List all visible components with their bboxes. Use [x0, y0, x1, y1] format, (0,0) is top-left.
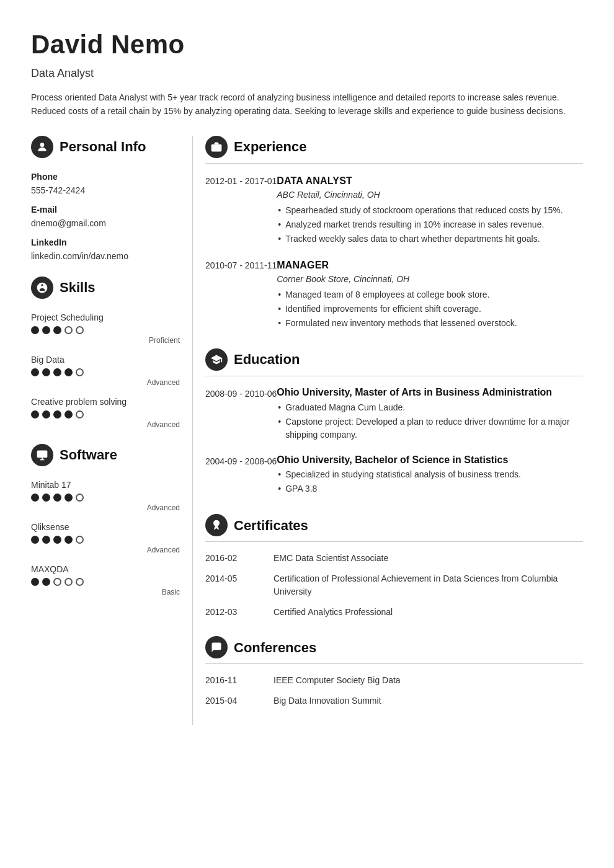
- skill-item: Project Scheduling Proficient: [31, 311, 180, 346]
- bullet: Specialized in studying statistical anal…: [277, 468, 583, 481]
- certificates-header: Certificates: [205, 514, 583, 542]
- education-item: 2004-09 - 2008-06 Ohio University, Bache…: [205, 454, 583, 497]
- conf-text: Big Data Innovation Summit: [274, 694, 583, 707]
- summary: Process oriented Data Analyst with 5+ ye…: [31, 91, 571, 118]
- exp-company: ABC Retail, Cincinnati, OH: [277, 188, 583, 202]
- cert-date: 2016-02: [205, 552, 274, 565]
- software-item: Minitab 17 Advanced: [31, 479, 180, 513]
- certificate-item: 2016-02 EMC Data Scientist Associate: [205, 552, 583, 565]
- education-title: Education: [234, 349, 300, 370]
- edu-title: Ohio University, Master of Arts in Busin…: [277, 386, 583, 399]
- conf-text: IEEE Computer Society Big Data: [274, 674, 583, 687]
- svg-point-0: [40, 143, 45, 147]
- education-section: Education 2008-09 - 2010-06 Ohio Univers…: [205, 348, 583, 497]
- cert-date: 2012-03: [205, 606, 274, 619]
- conference-item: 2016-11 IEEE Computer Society Big Data: [205, 674, 583, 687]
- bullet: Identified improvements for efficient sh…: [277, 303, 583, 316]
- software-level: Advanced: [31, 544, 180, 556]
- exp-bullets: Spearheaded study of stockroom operation…: [277, 204, 583, 246]
- software-section: Software Minitab 17 Advanced Qliksense A…: [31, 444, 180, 598]
- conferences-icon: [205, 636, 228, 658]
- software-title: Software: [60, 445, 117, 465]
- software-item: MAXQDA Basic: [31, 563, 180, 598]
- experience-title: Experience: [234, 136, 306, 157]
- svg-rect-1: [37, 450, 48, 458]
- skill-level: Proficient: [31, 335, 180, 346]
- job-title: Data Analyst: [31, 65, 583, 82]
- education-icon: [205, 348, 228, 371]
- edu-title: Ohio University, Bachelor of Science in …: [277, 454, 583, 467]
- bullet: Managed team of 8 employees at college b…: [277, 288, 583, 301]
- exp-date: 2012-01 - 2017-01: [205, 174, 277, 188]
- skill-level: Advanced: [31, 419, 180, 430]
- bullet: GPA 3.8: [277, 482, 583, 495]
- skills-header: Skills: [31, 277, 180, 303]
- email-label: E-mail: [31, 203, 180, 216]
- resume-header: David Nemo Data Analyst Process oriented…: [31, 25, 583, 118]
- edu-date: 2004-09 - 2008-06: [205, 454, 277, 468]
- software-header: Software: [31, 444, 180, 470]
- conference-item: 2015-04 Big Data Innovation Summit: [205, 694, 583, 707]
- software-level: Basic: [31, 587, 180, 598]
- edu-content: Ohio University, Bachelor of Science in …: [277, 454, 583, 497]
- skills-title: Skills: [60, 277, 95, 298]
- bullet: Spearheaded study of stockroom operation…: [277, 204, 583, 217]
- conf-date: 2015-04: [205, 694, 274, 707]
- exp-job-title: MANAGER: [277, 258, 583, 273]
- personal-info-title: Personal Info: [60, 136, 146, 157]
- exp-bullets: Managed team of 8 employees at college b…: [277, 288, 583, 330]
- conf-date: 2016-11: [205, 674, 274, 687]
- edu-date: 2008-09 - 2010-06: [205, 386, 277, 401]
- certificates-list: 2016-02 EMC Data Scientist Associate 201…: [205, 552, 583, 619]
- personal-info-icon: [31, 136, 53, 158]
- bullet: Tracked weekly sales data to chart wheth…: [277, 232, 583, 246]
- skills-section: Skills Project Scheduling Proficient Big…: [31, 277, 180, 430]
- skill-level: Advanced: [31, 377, 180, 388]
- edu-bullets: Graduated Magna Cum Laude.Capstone proje…: [277, 401, 583, 441]
- experience-section: Experience 2012-01 - 2017-01 DATA ANALYS…: [205, 136, 583, 331]
- software-name: Qliksense: [31, 521, 180, 534]
- exp-content: DATA ANALYST ABC Retail, Cincinnati, OH …: [277, 174, 583, 247]
- skill-name: Project Scheduling: [31, 311, 180, 324]
- cert-text: EMC Data Scientist Associate: [274, 552, 583, 565]
- education-item: 2008-09 - 2010-06 Ohio University, Maste…: [205, 386, 583, 443]
- skill-item: Creative problem solving Advanced: [31, 396, 180, 430]
- certificates-section: Certificates 2016-02 EMC Data Scientist …: [205, 514, 583, 619]
- software-list: Minitab 17 Advanced Qliksense Advanced M…: [31, 479, 180, 598]
- exp-content: MANAGER Corner Book Store, Cincinnati, O…: [277, 258, 583, 331]
- email-value: dnemo@gmail.com: [31, 217, 180, 230]
- exp-date: 2010-07 - 2011-11: [205, 258, 277, 272]
- right-column: Experience 2012-01 - 2017-01 DATA ANALYS…: [192, 136, 583, 725]
- exp-company: Corner Book Store, Cincinnati, OH: [277, 273, 583, 286]
- experience-icon: [205, 136, 228, 158]
- education-list: 2008-09 - 2010-06 Ohio University, Maste…: [205, 386, 583, 497]
- edu-bullets: Specialized in studying statistical anal…: [277, 468, 583, 495]
- experience-item: 2012-01 - 2017-01 DATA ANALYST ABC Retai…: [205, 174, 583, 247]
- skill-name: Creative problem solving: [31, 396, 180, 409]
- experience-list: 2012-01 - 2017-01 DATA ANALYST ABC Retai…: [205, 174, 583, 331]
- skills-list: Project Scheduling Proficient Big Data A…: [31, 311, 180, 430]
- software-name: Minitab 17: [31, 479, 180, 492]
- cert-text: Certification of Professional Achievemen…: [274, 572, 583, 598]
- skills-icon: [31, 277, 53, 299]
- certificates-title: Certificates: [234, 515, 308, 536]
- software-icon: [31, 444, 53, 466]
- bullet: Graduated Magna Cum Laude.: [277, 401, 583, 414]
- software-name: MAXQDA: [31, 563, 180, 576]
- personal-info-header: Personal Info: [31, 136, 180, 162]
- phone-label: Phone: [31, 170, 180, 184]
- left-column: Personal Info Phone 555-742-2424 E-mail …: [31, 136, 192, 611]
- software-item: Qliksense Advanced: [31, 521, 180, 556]
- exp-job-title: DATA ANALYST: [277, 174, 583, 188]
- certificates-icon: [205, 514, 228, 536]
- name: David Nemo: [31, 25, 583, 64]
- experience-item: 2010-07 - 2011-11 MANAGER Corner Book St…: [205, 258, 583, 331]
- conferences-section: Conferences 2016-11 IEEE Computer Societ…: [205, 636, 583, 707]
- bullet: Formulated new inventory methods that le…: [277, 317, 583, 330]
- linkedin-value: linkedin.com/in/dav.nemo: [31, 250, 180, 263]
- conferences-list: 2016-11 IEEE Computer Society Big Data 2…: [205, 674, 583, 707]
- bullet: Capstone project: Developed a plan to re…: [277, 415, 583, 441]
- conferences-header: Conferences: [205, 636, 583, 664]
- experience-header: Experience: [205, 136, 583, 164]
- linkedin-label: LinkedIn: [31, 236, 180, 249]
